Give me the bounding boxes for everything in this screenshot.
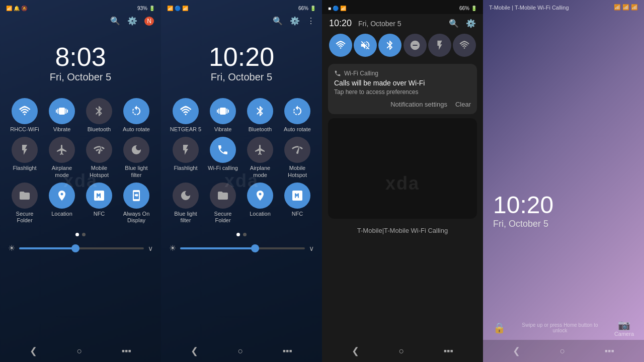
qs-bluetooth-1[interactable]: Bluetooth bbox=[83, 98, 116, 133]
qs-hotspot-label-1: Mobile Hotspot bbox=[83, 165, 116, 178]
qs-securefolder-label-2: Secure Folder bbox=[206, 211, 239, 224]
overflow-button-2[interactable]: ⋮ bbox=[307, 16, 315, 26]
qs-wifi-1[interactable]: RHCC-WiFi bbox=[8, 98, 41, 133]
settings-button-1[interactable]: ⚙️ bbox=[127, 16, 137, 26]
search-button-1[interactable]: 🔍 bbox=[110, 16, 120, 26]
brightness-thumb-1[interactable] bbox=[71, 244, 79, 252]
camera-icon-4[interactable]: 📷 bbox=[614, 319, 634, 331]
qs-mute-icon-3[interactable] bbox=[354, 34, 377, 57]
qs-bluelight-label-2: Blue light filter bbox=[169, 211, 202, 224]
settings-button-3[interactable]: ⚙️ bbox=[466, 19, 476, 28]
qs-location-1[interactable]: Location bbox=[45, 183, 78, 224]
battery-text-1: 93% bbox=[137, 6, 147, 11]
bluelight-icon-qs-2 bbox=[173, 183, 199, 209]
qs-location-label-2: Location bbox=[250, 211, 271, 217]
date-2: Fri, October 5 bbox=[161, 71, 322, 83]
qs-securefolder-2[interactable]: Secure Folder bbox=[206, 183, 239, 224]
qs-hotspot-1[interactable]: Mobile Hotspot bbox=[83, 137, 116, 178]
panel3-header: 10:20 Fri, October 5 🔍 ⚙️ bbox=[322, 14, 483, 31]
qs-hotspot-2[interactable]: Mobile Hotspot bbox=[281, 137, 314, 178]
back-button-2[interactable]: ❮ bbox=[191, 345, 198, 356]
recent-button-4[interactable]: ▪▪▪ bbox=[605, 346, 614, 356]
notif-settings-btn-3[interactable]: Notification settings bbox=[390, 101, 447, 108]
status-icons-left-3: ■ 🔵 📶 bbox=[328, 6, 346, 11]
brightness-thumb-2[interactable] bbox=[251, 244, 259, 252]
date-1: Fri, October 5 bbox=[0, 71, 161, 83]
home-button-3[interactable]: ○ bbox=[398, 346, 404, 356]
wifi-icon-sb-3: 📶 bbox=[340, 6, 346, 11]
qs-extra-icon-3[interactable] bbox=[453, 34, 476, 57]
qs-bluetooth-label-2: Bluetooth bbox=[249, 126, 272, 133]
securefolder-icon-qs-1 bbox=[12, 183, 38, 209]
notif-clear-btn-3[interactable]: Clear bbox=[455, 101, 471, 108]
brightness-expand-1[interactable]: ∨ bbox=[148, 244, 153, 252]
clock-display-1: 8:03 Fri, October 5 bbox=[0, 28, 161, 93]
qs-securefolder-1[interactable]: Secure Folder bbox=[8, 183, 41, 224]
qs-nfc-2[interactable]: NFC bbox=[281, 183, 314, 224]
qs-flashlight-icon-3[interactable] bbox=[428, 34, 451, 57]
qs-location-2[interactable]: Location bbox=[244, 183, 277, 224]
quick-settings-grid-1: RHCC-WiFi Vibrate Bluetooth bbox=[0, 93, 161, 229]
location-icon-qs-1 bbox=[49, 183, 75, 209]
carrier-icon-3: ■ bbox=[328, 6, 331, 11]
recent-button-1[interactable]: ▪▪▪ bbox=[122, 346, 131, 356]
qs-bluetooth-2[interactable]: Bluetooth bbox=[244, 98, 277, 133]
back-button-3[interactable]: ❮ bbox=[352, 345, 359, 356]
back-button-1[interactable]: ❮ bbox=[30, 345, 37, 356]
brightness-expand-2[interactable]: ∨ bbox=[309, 244, 314, 252]
recent-button-2[interactable]: ▪▪▪ bbox=[283, 346, 292, 356]
qs-vibrate-1[interactable]: Vibrate bbox=[45, 98, 78, 133]
panel4-carrier-bar: T-Mobile | T-Mobile Wi-Fi Calling 📶 📶 📶 bbox=[483, 0, 644, 13]
top-actions-1: 🔍 ⚙️ N bbox=[0, 14, 161, 28]
location-icon-qs-2 bbox=[247, 183, 273, 209]
status-bar-3: ■ 🔵 📶 66% 🔋 bbox=[322, 0, 483, 14]
wifi-icon-2 bbox=[173, 98, 199, 124]
qs-bluelight-2[interactable]: Blue light filter bbox=[169, 183, 202, 224]
wifi-icon-sb-2: 📶 bbox=[182, 6, 188, 11]
autorotate-icon-qs-1 bbox=[123, 98, 149, 124]
home-button-4[interactable]: ○ bbox=[559, 346, 565, 356]
notification-button-1[interactable]: N bbox=[144, 17, 154, 26]
search-button-3[interactable]: 🔍 bbox=[449, 19, 459, 28]
lockscreen-hour-4: 10:20 bbox=[493, 191, 553, 219]
search-button-2[interactable]: 🔍 bbox=[273, 16, 283, 26]
qs-aod-1[interactable]: Always On Display bbox=[120, 183, 153, 224]
wifi-icon-1 bbox=[12, 98, 38, 124]
brightness-sun-icon-1: ☀ bbox=[8, 243, 15, 253]
bluelight-icon-qs-1 bbox=[123, 137, 149, 163]
qs-wifi-icon-3[interactable] bbox=[329, 34, 352, 57]
settings-button-2[interactable]: ⚙️ bbox=[290, 16, 300, 26]
lock-icon-4[interactable]: 🔒 bbox=[493, 322, 506, 334]
panel3-bottom-label: T-Mobile|T-Mobile Wi-Fi Calling bbox=[322, 223, 483, 238]
qs-flashlight-1[interactable]: Flashlight bbox=[8, 137, 41, 178]
qs-autorotate-2[interactable]: Auto rotate bbox=[281, 98, 314, 133]
bt-icon-2: 🔵 bbox=[175, 6, 181, 11]
home-button-2[interactable]: ○ bbox=[237, 346, 243, 356]
qs-flashlight-2[interactable]: Flashlight bbox=[169, 137, 202, 178]
qs-nfc-1[interactable]: NFC bbox=[83, 183, 116, 224]
brightness-track-1[interactable] bbox=[19, 247, 144, 249]
dot-2-inactive bbox=[243, 233, 247, 236]
battery-icon-3: 🔋 bbox=[471, 6, 477, 11]
recent-button-3[interactable]: ▪▪▪ bbox=[444, 346, 453, 356]
bluetooth-icon-qs-1 bbox=[86, 98, 112, 124]
qs-vibrate-2[interactable]: Vibrate bbox=[206, 98, 239, 133]
qs-wificalling-2[interactable]: Wi-Fi calling bbox=[206, 137, 239, 178]
back-button-4[interactable]: ❮ bbox=[513, 345, 520, 356]
qs-dnd-icon-3[interactable] bbox=[404, 34, 427, 57]
qs-autorotate-1[interactable]: Auto rotate bbox=[120, 98, 153, 133]
top-actions-2: 🔍 ⚙️ ⋮ bbox=[161, 14, 322, 28]
qs-vibrate-label-1: Vibrate bbox=[53, 126, 71, 133]
qs-bluelight-1[interactable]: Blue light filter bbox=[120, 137, 153, 178]
qs-airplane-2[interactable]: Airplane mode bbox=[244, 137, 277, 178]
qs-airplane-1[interactable]: Airplane mode bbox=[45, 137, 78, 178]
notification-card-3[interactable]: Wi-Fi Calling Calls will be made over Wi… bbox=[328, 64, 477, 114]
nav-bar-2: ❮ ○ ▪▪▪ bbox=[161, 340, 322, 362]
qs-wifi-2[interactable]: NETGEAR 5 bbox=[169, 98, 202, 133]
brightness-track-2[interactable] bbox=[180, 247, 305, 249]
home-button-1[interactable]: ○ bbox=[76, 346, 82, 356]
qs-bt-icon-3[interactable] bbox=[378, 34, 401, 57]
lockscreen-camera-area: 📷 Camera bbox=[614, 319, 634, 337]
autorotate-icon-qs-2 bbox=[284, 98, 310, 124]
qs-hotspot-label-2: Mobile Hotspot bbox=[281, 165, 314, 178]
